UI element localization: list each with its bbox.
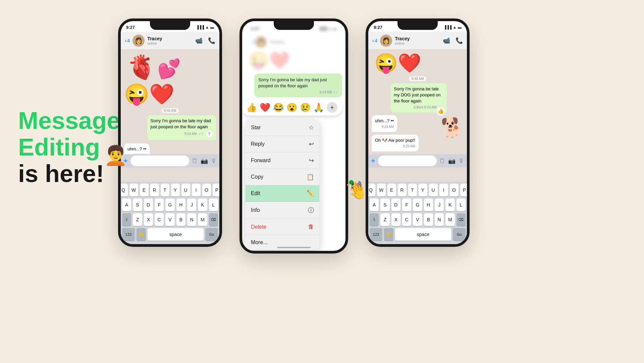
menu-delete[interactable]: Delete 🗑 — [246, 219, 319, 235]
key-c-3[interactable]: C — [402, 213, 411, 226]
key-e-1[interactable]: E — [140, 184, 149, 196]
reaction-pray-2[interactable]: 🙏 — [313, 102, 324, 113]
menu-edit[interactable]: Edit ✏️ — [246, 185, 319, 202]
key-e-3[interactable]: E — [387, 184, 396, 196]
selected-msg-2[interactable]: Sorry I'm gonna be late my dad just poop… — [254, 74, 342, 97]
key-a-3[interactable]: A — [370, 198, 379, 211]
key-j-3[interactable]: J — [435, 198, 444, 211]
sticker-icon-1[interactable]: 🗒 — [192, 157, 198, 165]
key-u-3[interactable]: U — [429, 184, 438, 196]
key-s-1[interactable]: S — [133, 198, 142, 211]
key-l-1[interactable]: L — [209, 198, 218, 211]
header-icons-1[interactable]: 📹 📞 — [195, 37, 215, 44]
key-n-3[interactable]: N — [435, 213, 444, 226]
key-shift-3[interactable]: ⇧ — [370, 213, 379, 226]
key-h-3[interactable]: H — [424, 198, 433, 211]
key-emoji-3[interactable]: 🙂 — [384, 228, 393, 241]
key-w-1[interactable]: W — [129, 184, 138, 196]
key-m-1[interactable]: M — [198, 213, 207, 226]
key-b-3[interactable]: B — [424, 213, 433, 226]
back-count-1[interactable]: 4 — [127, 38, 130, 43]
keyboard-3[interactable]: Q W E R T Y U I O P A S D F G H J K L ⇧ … — [368, 182, 467, 244]
key-t-3[interactable]: T — [408, 184, 417, 196]
key-o-1[interactable]: O — [202, 184, 211, 196]
key-j-1[interactable]: J — [187, 198, 196, 211]
key-go-1[interactable]: Go — [205, 228, 218, 241]
menu-reply[interactable]: Reply ↩ — [246, 136, 319, 152]
key-n-1[interactable]: N — [187, 213, 196, 226]
back-count-3[interactable]: 4 — [375, 38, 377, 43]
reaction-bar-2[interactable]: 👍 ❤️ 😂 😮 😢 🙏 + — [241, 99, 342, 116]
key-l-3[interactable]: L — [457, 198, 466, 211]
reaction-wow-2[interactable]: 😮 — [286, 102, 297, 113]
input-bar-1[interactable]: + 🗒 📷 🎙 — [121, 154, 219, 168]
key-emoji-1[interactable]: 🙂 — [137, 228, 146, 241]
menu-forward[interactable]: Forward ↪ — [246, 152, 319, 169]
msg-out-1[interactable]: Sorry I'm gonna be late my dad just poop… — [124, 115, 216, 141]
key-y-3[interactable]: Y — [419, 184, 427, 196]
key-go-3[interactable]: Go — [453, 228, 466, 241]
keyboard-1[interactable]: Q W E R T Y U I O P A S D F G H J K L ⇧ … — [121, 182, 219, 244]
plus-icon-3[interactable]: + — [371, 156, 375, 165]
key-x-3[interactable]: X — [391, 213, 400, 226]
key-space-1[interactable]: space — [148, 228, 204, 241]
key-q-3[interactable]: Q — [367, 184, 375, 196]
key-i-1[interactable]: I — [192, 184, 201, 196]
key-del-1[interactable]: ⌫ — [209, 213, 218, 226]
key-v-1[interactable]: V — [165, 213, 174, 226]
video-icon-1[interactable]: 📹 — [195, 37, 203, 44]
msg-bubble-out-1[interactable]: Sorry I'm gonna be late my dad just poop… — [147, 115, 216, 140]
reaction-laugh-2[interactable]: 😂 — [273, 102, 284, 113]
key-r-3[interactable]: R — [398, 184, 407, 196]
phone-icon-3[interactable]: 📞 — [455, 37, 463, 44]
menu-info[interactable]: Info ⓘ — [246, 202, 319, 219]
key-i-3[interactable]: I — [439, 184, 448, 196]
key-p-3[interactable]: P — [460, 184, 469, 196]
header-icons-3[interactable]: 📹 📞 — [443, 37, 463, 44]
input-bar-3[interactable]: + 🗒 📷 🎙 — [368, 154, 467, 168]
key-h-1[interactable]: H — [176, 198, 185, 211]
key-g-3[interactable]: G — [413, 198, 422, 211]
reaction-heart-2[interactable]: ❤️ — [260, 102, 270, 113]
key-p-1[interactable]: P — [213, 184, 221, 196]
key-v-3[interactable]: V — [413, 213, 422, 226]
sticker-icon-3[interactable]: 🗒 — [439, 157, 445, 165]
key-a-1[interactable]: A — [122, 198, 131, 211]
mic-icon-3[interactable]: 🎙 — [458, 157, 464, 165]
key-s-3[interactable]: S — [380, 198, 389, 211]
text-input-1[interactable] — [130, 155, 189, 166]
key-d-1[interactable]: D — [144, 198, 153, 211]
key-f-1[interactable]: F — [155, 198, 164, 211]
key-r-1[interactable]: R — [150, 184, 159, 196]
reaction-sad-2[interactable]: 😢 — [300, 102, 311, 113]
key-z-3[interactable]: Z — [380, 213, 389, 226]
key-f-3[interactable]: F — [402, 198, 411, 211]
msg-bubble-in-3[interactable]: uhm...? •• 9:24 AM — [372, 115, 397, 132]
key-shift-1[interactable]: ⇧ — [122, 213, 131, 226]
key-y-1[interactable]: Y — [171, 184, 180, 196]
key-k-3[interactable]: K — [445, 198, 454, 211]
key-c-1[interactable]: C — [155, 213, 164, 226]
video-icon-3[interactable]: 📹 — [443, 37, 450, 44]
key-w-3[interactable]: W — [377, 184, 386, 196]
camera-icon-3[interactable]: 📷 — [448, 157, 455, 165]
key-g-1[interactable]: G — [165, 198, 174, 211]
key-123-3[interactable]: 123 — [370, 228, 382, 241]
key-u-1[interactable]: U — [181, 184, 190, 196]
key-x-1[interactable]: X — [144, 213, 153, 226]
menu-copy[interactable]: Copy 📋 — [246, 169, 319, 185]
key-m-3[interactable]: M — [445, 213, 454, 226]
key-k-1[interactable]: K — [198, 198, 207, 211]
back-arrow-1[interactable]: ‹ — [125, 38, 126, 44]
key-t-1[interactable]: T — [161, 184, 169, 196]
msg-bubble-out-3[interactable]: Sorry I'm gonna be late my DOG just poop… — [390, 83, 447, 112]
key-z-1[interactable]: Z — [133, 213, 142, 226]
key-q-1[interactable]: Q — [119, 184, 128, 196]
key-o-3[interactable]: O — [450, 184, 459, 196]
key-123-1[interactable]: 123 — [122, 228, 135, 241]
text-input-3[interactable] — [378, 155, 437, 166]
key-b-1[interactable]: B — [176, 213, 185, 226]
back-arrow-3[interactable]: ‹ — [372, 38, 374, 44]
camera-icon-1[interactable]: 📷 — [201, 157, 208, 165]
reaction-plus-2[interactable]: + — [327, 102, 337, 113]
